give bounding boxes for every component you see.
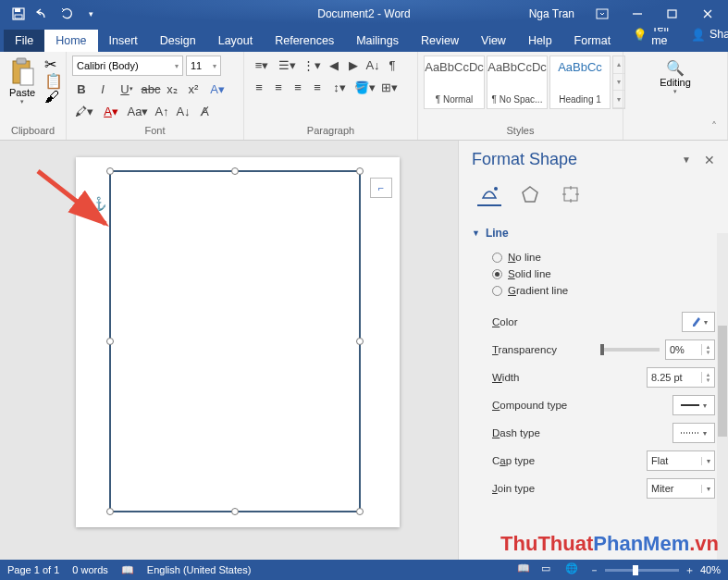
read-mode-icon[interactable]: 📖: [517, 562, 536, 577]
editing-button[interactable]: 🔍 Editing ▾: [656, 56, 695, 99]
document-canvas[interactable]: ⚓ ⌐: [0, 141, 458, 560]
resize-handle[interactable]: [231, 167, 239, 175]
close-icon[interactable]: [691, 1, 724, 27]
size-tab-icon[interactable]: [559, 182, 583, 206]
gradient-line-radio[interactable]: Gradient line: [492, 282, 715, 299]
redo-icon[interactable]: [56, 3, 78, 25]
page-indicator[interactable]: Page 1 of 1: [7, 564, 59, 575]
justify-icon[interactable]: ≡: [308, 78, 327, 96]
highlight-icon[interactable]: 🖍▾: [72, 102, 96, 120]
bold-icon[interactable]: B: [72, 80, 91, 98]
transparency-input[interactable]: 0%▲▼: [665, 339, 715, 360]
bullets-icon[interactable]: ≡▾: [250, 56, 274, 74]
solid-line-radio[interactable]: Solid line: [492, 265, 715, 282]
align-center-icon[interactable]: ≡: [269, 78, 288, 96]
increase-indent-icon[interactable]: ▶: [344, 56, 363, 74]
tab-format[interactable]: Format: [563, 30, 623, 52]
align-left-icon[interactable]: ≡: [250, 78, 268, 96]
shading-icon[interactable]: 🪣▾: [352, 78, 376, 96]
tab-view[interactable]: View: [470, 30, 517, 52]
layout-options-button[interactable]: ⌐: [370, 178, 392, 198]
resize-handle[interactable]: [356, 338, 364, 345]
tab-references[interactable]: References: [264, 30, 345, 52]
qat-customize-icon[interactable]: ▾: [80, 3, 102, 25]
tab-layout[interactable]: Layout: [207, 30, 265, 52]
svg-rect-3: [597, 9, 608, 19]
clear-formatting-icon[interactable]: A̸: [195, 102, 214, 120]
style-normal[interactable]: AaBbCcDc¶ Normal: [424, 56, 485, 109]
transparency-slider[interactable]: [600, 348, 660, 352]
cut-icon[interactable]: ✂: [44, 56, 59, 70]
resize-handle[interactable]: [106, 508, 114, 515]
selected-shape[interactable]: [109, 170, 361, 512]
subscript-icon[interactable]: x₂: [163, 80, 181, 98]
copy-icon[interactable]: 📋: [44, 72, 59, 87]
ribbon-options-icon[interactable]: [586, 1, 619, 27]
borders-icon[interactable]: ⊞▾: [377, 78, 401, 96]
shrink-font-icon[interactable]: A↓: [174, 102, 192, 120]
align-right-icon[interactable]: ≡: [289, 78, 307, 96]
cap-dropdown[interactable]: Flat▾: [647, 450, 715, 471]
spellcheck-icon[interactable]: 📖: [121, 564, 134, 576]
tab-review[interactable]: Review: [410, 30, 470, 52]
resize-handle[interactable]: [231, 508, 239, 515]
font-name-combo[interactable]: Calibri (Body)▾: [72, 56, 183, 76]
paste-button[interactable]: Paste ▾: [6, 56, 39, 107]
zoom-level[interactable]: 40%: [700, 564, 721, 575]
tab-design[interactable]: Design: [149, 30, 207, 52]
font-size-combo[interactable]: 11▾: [186, 56, 221, 76]
underline-icon[interactable]: U ▾: [115, 80, 139, 98]
line-spacing-icon[interactable]: ↕▾: [327, 78, 352, 96]
zoom-in-icon[interactable]: ＋: [685, 563, 695, 577]
ribbon-tabs: File Home Insert Design Layout Reference…: [0, 28, 728, 52]
effects-tab-icon[interactable]: [518, 182, 542, 206]
resize-handle[interactable]: [106, 167, 114, 175]
style-no-spacing[interactable]: AaBbCcDc¶ No Spac...: [487, 56, 548, 109]
tab-insert[interactable]: Insert: [98, 30, 149, 52]
tab-file[interactable]: File: [4, 30, 44, 52]
minimize-icon[interactable]: [621, 1, 654, 27]
style-heading-1[interactable]: AaBbCcHeading 1: [549, 56, 611, 109]
text-effects-icon[interactable]: A▾: [205, 80, 229, 98]
font-color-icon[interactable]: A▾: [99, 102, 123, 120]
join-dropdown[interactable]: Miter▾: [647, 478, 715, 499]
decrease-indent-icon[interactable]: ◀: [325, 56, 343, 74]
save-icon[interactable]: [7, 3, 30, 25]
show-marks-icon[interactable]: ¶: [383, 56, 401, 74]
panel-scrollbar[interactable]: [717, 233, 728, 560]
word-count[interactable]: 0 words: [72, 564, 108, 575]
maximize-icon[interactable]: [656, 1, 689, 27]
tab-mailings[interactable]: Mailings: [345, 30, 410, 52]
resize-handle[interactable]: [356, 167, 364, 175]
zoom-slider[interactable]: [605, 569, 679, 572]
change-case-icon[interactable]: Aa▾: [126, 102, 150, 120]
panel-dropdown-icon[interactable]: ▼: [682, 154, 691, 165]
language-indicator[interactable]: English (United States): [147, 564, 252, 575]
fill-line-tab-icon[interactable]: [477, 182, 501, 206]
width-input[interactable]: 8.25 pt▲▼: [647, 367, 715, 388]
italic-icon[interactable]: I: [93, 80, 112, 98]
panel-close-icon[interactable]: ✕: [704, 153, 715, 167]
format-painter-icon[interactable]: 🖌: [44, 89, 59, 104]
grow-font-icon[interactable]: A↑: [153, 102, 171, 120]
print-layout-icon[interactable]: ▭: [541, 562, 560, 577]
compound-dropdown[interactable]: ▾: [672, 395, 715, 415]
web-layout-icon[interactable]: 🌐: [565, 562, 584, 577]
tab-home[interactable]: Home: [44, 30, 97, 52]
resize-handle[interactable]: [106, 338, 114, 345]
numbering-icon[interactable]: ☰▾: [275, 56, 299, 74]
dash-dropdown[interactable]: ▾: [672, 423, 715, 443]
superscript-icon[interactable]: x²: [184, 80, 203, 98]
sort-icon[interactable]: A↓: [364, 56, 382, 74]
strikethrough-icon[interactable]: abc: [142, 80, 160, 98]
collapse-ribbon-icon[interactable]: ˄: [706, 118, 722, 135]
user-name[interactable]: Nga Tran: [529, 7, 574, 20]
tab-help[interactable]: Help: [517, 30, 563, 52]
line-section-toggle[interactable]: ▼Line: [472, 223, 715, 243]
zoom-out-icon[interactable]: －: [589, 563, 599, 577]
no-line-radio[interactable]: No line: [492, 249, 715, 265]
undo-icon[interactable]: [31, 3, 54, 25]
multilevel-icon[interactable]: ⋮▾: [300, 56, 324, 74]
color-picker[interactable]: ▾: [682, 312, 715, 332]
resize-handle[interactable]: [356, 508, 364, 515]
